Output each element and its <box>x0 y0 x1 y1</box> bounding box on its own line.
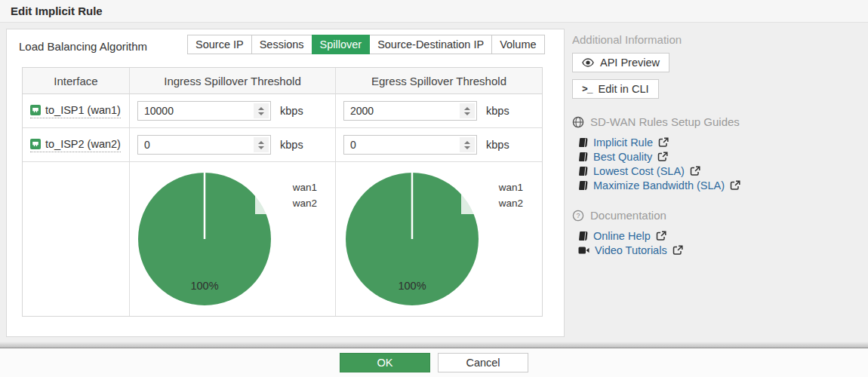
chevron-up-icon[interactable] <box>258 107 264 110</box>
external-link-icon <box>656 231 666 241</box>
book-icon <box>578 231 588 241</box>
unit-label: kbps <box>280 105 303 117</box>
tab-source-ip[interactable]: Source IP <box>187 35 252 54</box>
setup-guides-title: SD-WAN Rules Setup Guides <box>590 115 740 128</box>
chevron-down-icon[interactable] <box>464 112 470 115</box>
ingress-threshold-field-wan1[interactable] <box>138 102 252 120</box>
ingress-threshold-field-wan2[interactable] <box>138 136 252 154</box>
stepper-control[interactable] <box>460 103 475 118</box>
egress-threshold-input-wan1 <box>343 101 477 121</box>
interface-wan2[interactable]: to_ISP2 (wan2) <box>30 138 121 152</box>
tab-spillover[interactable]: Spillover <box>312 35 371 54</box>
unit-label: kbps <box>280 139 303 151</box>
link-label: Video Tutorials <box>595 244 667 256</box>
eye-icon <box>582 58 594 67</box>
svg-text:?: ? <box>576 212 580 219</box>
table-row: kbps <box>130 128 336 162</box>
spillover-table: Interface Ingress Spillover Threshold Eg… <box>22 67 543 317</box>
egress-threshold-field-wan1[interactable] <box>344 102 458 120</box>
globe-icon <box>572 116 584 128</box>
external-link-icon <box>690 166 700 176</box>
link-best-quality[interactable]: Best Quality <box>578 149 863 164</box>
legend-entry-wan1[interactable]: wan1 <box>261 179 317 195</box>
cancel-button[interactable]: Cancel <box>438 353 528 372</box>
tab-source-destination-ip[interactable]: Source-Destination IP <box>369 35 492 54</box>
book-icon <box>578 166 588 176</box>
egress-threshold-field-wan2[interactable] <box>344 136 458 154</box>
chevron-down-icon[interactable] <box>464 146 470 149</box>
table-row: kbps <box>336 94 542 128</box>
column-header-interface: Interface <box>23 68 130 94</box>
window-titlebar: Edit Implicit Rule <box>0 0 868 23</box>
legend-entry-wan1[interactable]: wan1 <box>467 179 523 195</box>
ingress-threshold-input-wan1 <box>137 101 271 121</box>
algorithm-tab-group: Source IP Sessions Spillover Source-Dest… <box>187 35 545 54</box>
link-maximize-bandwidth-sla[interactable]: Maximize Bandwidth (SLA) <box>578 178 863 192</box>
empty-cell <box>23 162 130 316</box>
stepper-control[interactable] <box>460 137 475 152</box>
external-link-icon <box>730 180 740 191</box>
documentation-section-header: ? Documentation <box>572 209 863 222</box>
edit-in-cli-button[interactable]: >_ Edit in CLI <box>572 79 659 99</box>
footer-bar: OK Cancel <box>0 348 868 377</box>
footer-shadow <box>0 342 868 348</box>
ethernet-port-icon <box>30 105 41 115</box>
terminal-icon: >_ <box>582 84 593 95</box>
link-implicit-rule[interactable]: Implicit Rule <box>578 135 863 149</box>
ethernet-port-icon <box>30 139 41 149</box>
interface-name: to_ISP2 (wan2) <box>45 138 121 150</box>
chevron-up-icon[interactable] <box>258 141 264 144</box>
legend-entry-wan2[interactable]: wan2 <box>261 195 317 211</box>
tab-volume[interactable]: Volume <box>491 35 544 54</box>
egress-pie-cell: wan1 wan2 100% <box>336 162 542 316</box>
interface-wan1[interactable]: to_ISP1 (wan1) <box>30 104 121 118</box>
sidebar-title: Additional Information <box>572 33 863 46</box>
external-link-icon <box>673 245 683 256</box>
column-header-egress: Egress Spillover Threshold <box>336 68 542 94</box>
link-label: Online Help <box>593 230 651 242</box>
tab-sessions[interactable]: Sessions <box>251 35 312 54</box>
chevron-up-icon[interactable] <box>464 141 470 144</box>
page-title: Edit Implicit Rule <box>11 0 103 23</box>
unit-label: kbps <box>486 139 509 151</box>
link-lowest-cost-sla[interactable]: Lowest Cost (SLA) <box>578 164 863 178</box>
book-icon <box>578 152 588 162</box>
legend-entry-wan2[interactable]: wan2 <box>467 195 523 211</box>
load-balancing-panel: Load Balancing Algorithm Source IP Sessi… <box>6 29 565 337</box>
stepper-control[interactable] <box>254 103 269 118</box>
pie-legend: wan1 wan2 <box>461 176 529 214</box>
stepper-control[interactable] <box>254 137 269 152</box>
table-row: kbps <box>130 94 336 128</box>
link-label: Maximize Bandwidth (SLA) <box>593 179 725 192</box>
link-video-tutorials[interactable]: Video Tutorials <box>578 243 863 257</box>
interface-name: to_ISP1 (wan1) <box>45 104 121 116</box>
link-label: Lowest Cost (SLA) <box>593 165 685 177</box>
ingress-threshold-input-wan2 <box>137 135 271 155</box>
book-icon <box>578 180 588 191</box>
chevron-up-icon[interactable] <box>464 107 470 110</box>
ok-button[interactable]: OK <box>340 353 430 372</box>
additional-information-sidebar: Additional Information API Preview >_ Ed… <box>572 33 863 257</box>
book-icon <box>578 137 588 148</box>
link-online-help[interactable]: Online Help <box>578 228 863 243</box>
question-icon: ? <box>572 210 584 222</box>
pie-percent-label: 100% <box>174 280 235 292</box>
api-preview-button[interactable]: API Preview <box>572 53 669 72</box>
link-label: Best Quality <box>593 151 652 163</box>
chevron-down-icon[interactable] <box>258 146 264 149</box>
ingress-pie-cell: wan1 wan2 100% <box>130 162 336 316</box>
api-preview-label: API Preview <box>600 57 660 69</box>
table-row: to_ISP1 (wan1) <box>23 94 130 128</box>
link-label: Implicit Rule <box>593 136 653 149</box>
documentation-title: Documentation <box>590 209 666 222</box>
edit-in-cli-label: Edit in CLI <box>599 83 649 95</box>
external-link-icon <box>658 137 669 148</box>
egress-threshold-input-wan2 <box>343 135 477 155</box>
documentation-links: Online Help Video Tutorials <box>578 228 863 257</box>
load-balancing-label: Load Balancing Algorithm <box>19 40 147 53</box>
video-camera-icon <box>578 246 589 255</box>
chevron-down-icon[interactable] <box>258 112 264 115</box>
pie-legend: wan1 wan2 <box>255 176 323 214</box>
external-link-icon <box>657 152 668 162</box>
setup-guides-section-header: SD-WAN Rules Setup Guides <box>572 115 863 128</box>
